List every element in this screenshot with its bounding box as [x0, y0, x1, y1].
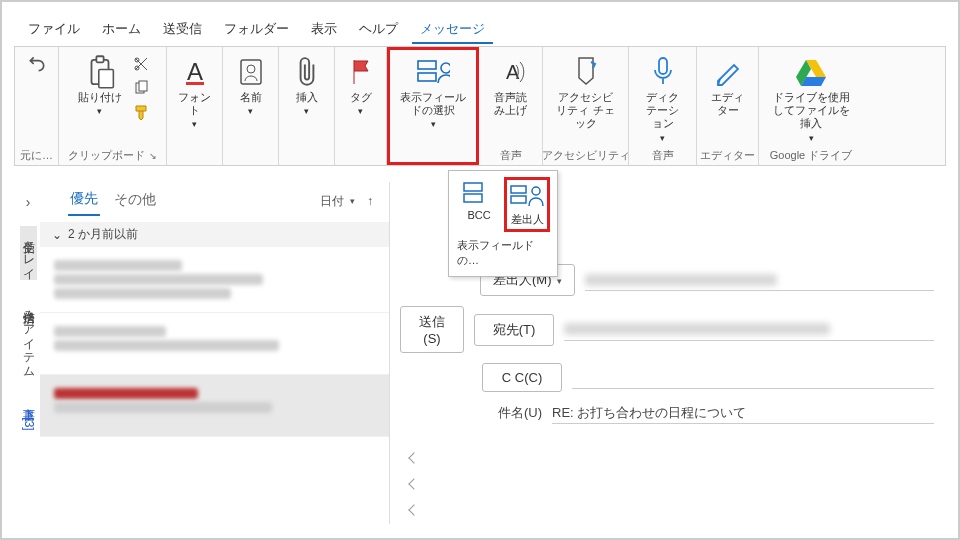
flag-icon	[344, 55, 378, 89]
read-aloud-icon: A	[494, 55, 528, 89]
svg-rect-15	[659, 58, 667, 74]
read-aloud-button[interactable]: A 音声読み上げ	[487, 53, 534, 119]
dropdown-bcc[interactable]: BCC	[456, 177, 502, 232]
paperclip-icon	[290, 55, 324, 89]
copy-button[interactable]	[130, 77, 152, 99]
tab-message[interactable]: メッセージ	[412, 16, 493, 44]
list-item[interactable]	[40, 247, 389, 313]
group-label-a11y: アクセシビリティ	[542, 148, 630, 163]
tab-help[interactable]: ヘルプ	[351, 16, 406, 44]
svg-text:A: A	[186, 58, 202, 85]
rail-sent[interactable]: 送信済みアイテム	[20, 296, 37, 378]
dictation-label: ディクテーション	[641, 91, 684, 131]
body-line-icon	[408, 452, 419, 463]
tag-button[interactable]: タグ ▾	[338, 53, 384, 118]
show-fields-button[interactable]: 表示フィールドの選択 ▾	[394, 53, 472, 131]
pen-icon	[711, 55, 745, 89]
show-fields-label: 表示フィールドの選択	[398, 91, 468, 117]
read-aloud-label: 音声読み上げ	[491, 91, 530, 117]
editor-button[interactable]: エディター	[705, 53, 751, 119]
paste-button[interactable]: 貼り付け ▾	[74, 53, 126, 118]
svg-rect-12	[418, 73, 436, 81]
editor-label: エディター	[709, 91, 747, 117]
undo-button[interactable]	[26, 53, 48, 75]
dropdown-bcc-label: BCC	[467, 209, 490, 221]
message-list: 優先 その他 日付▾↑ ⌄2 か月前以前	[40, 182, 390, 524]
svg-rect-16	[464, 183, 482, 191]
body-line-icon	[408, 504, 419, 515]
svg-point-20	[532, 187, 540, 195]
mic-icon	[646, 55, 680, 89]
list-section-header[interactable]: ⌄2 か月前以前	[40, 222, 389, 247]
drive-button[interactable]: ドライブを使用してファイルを挿入 ▾	[767, 53, 855, 145]
svg-rect-18	[511, 186, 526, 193]
subject-value: RE: お打ち合わせの日程について	[552, 404, 746, 422]
rail-drafts[interactable]: 下書き [3]	[20, 394, 37, 437]
fields-icon	[416, 55, 450, 89]
list-item[interactable]	[40, 313, 389, 375]
tag-label: タグ	[350, 91, 372, 104]
paste-label: 貼り付け	[78, 91, 122, 104]
subject-label: 件名(U)	[482, 404, 542, 422]
svg-rect-2	[98, 70, 113, 88]
list-item[interactable]	[40, 375, 389, 437]
list-tab-other[interactable]: その他	[112, 187, 158, 215]
insert-label: 挿入	[296, 91, 318, 104]
address-book-icon	[234, 55, 268, 89]
rail-inbox[interactable]: 受信トレイ	[20, 226, 37, 280]
to-button[interactable]: 宛先(T)	[474, 314, 554, 346]
svg-rect-9	[241, 60, 261, 84]
send-button[interactable]: 送信(S)	[400, 306, 464, 353]
bcc-icon	[461, 179, 497, 207]
svg-point-13	[441, 63, 450, 73]
from-icon	[509, 182, 545, 210]
a11y-label: アクセシビリティ チェック	[555, 91, 616, 131]
drive-label: ドライブを使用してファイルを挿入	[771, 91, 851, 131]
font-icon: A	[178, 55, 212, 89]
svg-rect-19	[511, 196, 526, 203]
list-tab-focused[interactable]: 優先	[68, 186, 100, 216]
body-line-icon	[408, 478, 419, 489]
brush-icon	[133, 104, 149, 120]
group-label-clipboard: クリップボード ↘	[68, 148, 156, 163]
compose-body[interactable]	[400, 454, 934, 514]
show-fields-dropdown: BCC 差出人 表示フィールドの…	[448, 170, 558, 277]
clipboard-icon	[83, 55, 117, 89]
svg-rect-6	[139, 81, 147, 91]
tab-file[interactable]: ファイル	[20, 16, 88, 44]
cut-button[interactable]	[130, 53, 152, 75]
a11y-button[interactable]: アクセシビリティ チェック	[551, 53, 620, 133]
tab-sendrecv[interactable]: 送受信	[155, 16, 210, 44]
format-painter-button[interactable]	[130, 101, 152, 123]
svg-rect-1	[96, 56, 103, 62]
svg-point-10	[247, 65, 255, 73]
dropdown-from-label: 差出人	[511, 212, 544, 227]
scissors-icon	[133, 56, 149, 72]
sort-button[interactable]: 日付▾↑	[320, 193, 373, 210]
ribbon: 元に… 貼り付け ▾ クリップボード ↘	[14, 46, 946, 166]
font-label: フォント	[176, 91, 214, 117]
svg-rect-11	[418, 61, 436, 69]
list-section-label: 2 か月前以前	[68, 226, 138, 243]
font-button[interactable]: A フォント ▾	[172, 53, 218, 131]
tab-folder[interactable]: フォルダー	[216, 16, 297, 44]
insert-button[interactable]: 挿入 ▾	[284, 53, 330, 118]
dictation-button[interactable]: ディクテーション ▾	[637, 53, 688, 145]
group-label-voice2: 音声	[652, 148, 674, 163]
names-label: 名前	[240, 91, 262, 104]
group-label-voice: 音声	[500, 148, 522, 163]
rail-expand[interactable]: ›	[26, 194, 31, 210]
names-button[interactable]: 名前 ▾	[228, 53, 274, 118]
dropdown-section-label: 表示フィールドの…	[453, 238, 553, 268]
folder-rail: › 受信トレイ 送信済みアイテム 下書き [3]	[16, 182, 40, 524]
svg-rect-8	[186, 82, 204, 85]
group-label-drive: Google ドライブ	[770, 148, 853, 163]
a11y-icon	[569, 55, 603, 89]
tab-home[interactable]: ホーム	[94, 16, 149, 44]
tab-view[interactable]: 表示	[303, 16, 345, 44]
cc-button[interactable]: C C(C)	[482, 363, 562, 392]
svg-rect-17	[464, 194, 482, 202]
copy-icon	[133, 80, 149, 96]
dropdown-from[interactable]: 差出人	[504, 177, 550, 232]
group-label-editor: エディター	[700, 148, 755, 163]
